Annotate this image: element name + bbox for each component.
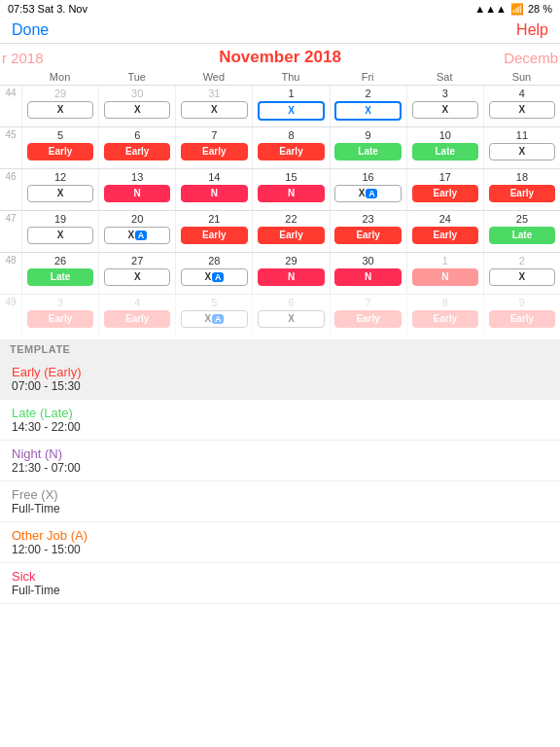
day-cell-dec2[interactable]: 2X: [483, 253, 560, 294]
shift-button[interactable]: X: [258, 101, 325, 121]
day-cell-nov21[interactable]: 21Early: [175, 211, 252, 252]
shift-button[interactable]: XA: [104, 227, 171, 244]
day-cell-nov20[interactable]: 20XA: [98, 211, 175, 252]
shift-button[interactable]: X: [181, 101, 248, 119]
day-cell-nov29[interactable]: 29N: [252, 253, 329, 294]
shift-label: X: [359, 188, 366, 199]
shift-button[interactable]: X: [258, 310, 325, 328]
shift-button[interactable]: XA: [181, 310, 248, 328]
shift-button[interactable]: N: [181, 185, 248, 202]
day-cell-nov9[interactable]: 9Late: [330, 127, 406, 168]
day-cell-dec6[interactable]: 6X: [252, 295, 329, 336]
day-cell-dec9[interactable]: 9Early: [483, 295, 560, 336]
legend-item-free[interactable]: Free (X) Full-Time: [0, 481, 560, 522]
shift-button[interactable]: Early: [27, 310, 94, 328]
shift-button[interactable]: Early: [412, 310, 479, 328]
shift-button[interactable]: XA: [181, 268, 248, 286]
day-cell-nov15[interactable]: 15N: [252, 169, 329, 210]
shift-button[interactable]: X: [489, 143, 556, 160]
shift-button[interactable]: Late: [27, 268, 94, 286]
day-cell-dec3[interactable]: 3Early: [21, 295, 98, 336]
shift-button[interactable]: X: [489, 101, 556, 119]
shift-button[interactable]: Early: [412, 227, 479, 244]
shift-button[interactable]: X: [27, 185, 94, 202]
shift-button[interactable]: XA: [334, 185, 402, 202]
day-cell-nov5[interactable]: 5Early: [21, 127, 98, 168]
shift-button[interactable]: X: [334, 101, 402, 121]
legend-item-late[interactable]: Late (Late) 14:30 - 22:00: [0, 400, 560, 441]
shift-label: X: [127, 230, 134, 241]
day-cell-nov7[interactable]: 7Early: [175, 127, 252, 168]
day-cell-dec8[interactable]: 8Early: [406, 295, 483, 336]
help-button[interactable]: Help: [516, 21, 548, 39]
day-cell-dec7[interactable]: 7Early: [330, 295, 406, 336]
day-cell-oct29[interactable]: 29X: [21, 86, 98, 126]
shift-button[interactable]: X: [104, 268, 171, 286]
day-cell-nov11[interactable]: 11X: [483, 127, 560, 168]
day-cell-nov12[interactable]: 12X: [21, 169, 98, 210]
day-cell-nov2[interactable]: 2X: [330, 86, 406, 126]
day-cell-dec4[interactable]: 4Early: [98, 295, 175, 336]
legend-item-other-job[interactable]: Other Job (A) 12:00 - 15:00: [0, 522, 560, 563]
shift-button[interactable]: N: [258, 185, 325, 202]
shift-button[interactable]: X: [27, 101, 94, 119]
shift-button[interactable]: Late: [334, 143, 402, 160]
shift-button[interactable]: Early: [489, 310, 556, 328]
shift-button[interactable]: Early: [412, 185, 479, 202]
day-cell-nov25[interactable]: 25Late: [483, 211, 560, 252]
day-cell-nov26[interactable]: 26Late: [21, 253, 98, 294]
day-cell-nov14[interactable]: 14N: [175, 169, 252, 210]
shift-button[interactable]: Early: [104, 310, 171, 328]
day-cell-nov30[interactable]: 30N: [330, 253, 406, 294]
day-cell-nov17[interactable]: 17Early: [406, 169, 483, 210]
shift-button[interactable]: X: [489, 268, 556, 286]
shift-button[interactable]: Early: [181, 143, 248, 160]
day-cell-nov1[interactable]: 1X: [252, 86, 329, 126]
day-cell-nov28[interactable]: 28XA: [175, 253, 252, 294]
shift-button[interactable]: X: [412, 101, 479, 119]
shift-button[interactable]: N: [104, 185, 171, 202]
day-num: 16: [332, 170, 405, 184]
legend-item-sick[interactable]: Sick Full-Time: [0, 563, 560, 604]
shift-button[interactable]: N: [334, 268, 402, 286]
day-cell-nov3[interactable]: 3X: [406, 86, 483, 126]
shift-label: X: [205, 313, 212, 325]
day-cell-nov22[interactable]: 22Early: [252, 211, 329, 252]
day-cell-nov18[interactable]: 18Early: [483, 169, 560, 210]
shift-button[interactable]: Early: [104, 143, 171, 160]
legend-name-sick: Sick: [12, 569, 548, 584]
shift-button[interactable]: Early: [27, 143, 94, 160]
day-cell-nov27[interactable]: 27X: [98, 253, 175, 294]
shift-button[interactable]: Early: [334, 227, 402, 244]
day-cell-nov8[interactable]: 8Early: [252, 127, 329, 168]
day-cell-nov24[interactable]: 24Early: [406, 211, 483, 252]
day-cell-oct30[interactable]: 30X: [98, 86, 175, 126]
day-header-wed: Wed: [175, 71, 252, 83]
day-cell-dec5[interactable]: 5XA: [175, 295, 252, 336]
shift-button[interactable]: X: [27, 227, 94, 244]
day-cell-nov13[interactable]: 13N: [98, 169, 175, 210]
day-cell-nov4[interactable]: 4X: [483, 86, 560, 126]
shift-button[interactable]: Early: [258, 227, 325, 244]
day-cell-nov23[interactable]: 23Early: [330, 211, 406, 252]
shift-label: X: [205, 271, 212, 283]
shift-button[interactable]: X: [104, 101, 171, 119]
shift-button[interactable]: Early: [181, 227, 248, 244]
shift-button[interactable]: Late: [489, 227, 556, 244]
day-cell-dec1[interactable]: 1N: [406, 253, 483, 294]
day-cell-nov10[interactable]: 10Late: [406, 127, 483, 168]
shift-button[interactable]: N: [412, 268, 479, 286]
shift-button[interactable]: Early: [489, 185, 556, 202]
legend-item-night[interactable]: Night (N) 21:30 - 07:00: [0, 441, 560, 481]
day-num: 8: [254, 128, 328, 142]
day-cell-nov16[interactable]: 16XA: [330, 169, 406, 210]
day-cell-nov19[interactable]: 19X: [21, 211, 98, 252]
shift-button[interactable]: N: [258, 268, 325, 286]
day-cell-oct31[interactable]: 31X: [175, 86, 252, 126]
done-button[interactable]: Done: [12, 21, 49, 39]
day-cell-nov6[interactable]: 6Early: [98, 127, 175, 168]
shift-button[interactable]: Early: [258, 143, 325, 160]
shift-button[interactable]: Late: [412, 143, 479, 160]
shift-button[interactable]: Early: [334, 310, 402, 328]
legend-item-early[interactable]: Early (Early) 07:00 - 15:30: [0, 359, 560, 400]
